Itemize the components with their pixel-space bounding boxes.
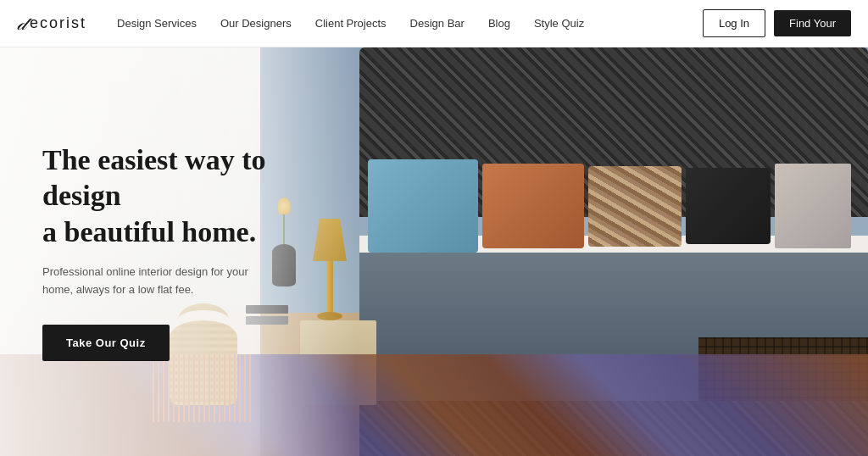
pillows-row xyxy=(368,151,860,261)
take-quiz-button[interactable]: Take Our Quiz xyxy=(42,325,170,361)
nav-design-bar[interactable]: Design Bar xyxy=(410,17,465,30)
pillow-gray xyxy=(775,164,851,248)
logo[interactable]: 𝒹 ecorist xyxy=(17,13,86,35)
hero-section: The easiest way to design a beautiful ho… xyxy=(0,47,868,456)
nav-blog[interactable]: Blog xyxy=(488,17,510,30)
find-your-button[interactable]: Find Your xyxy=(774,10,851,36)
nav-our-designers[interactable]: Our Designers xyxy=(220,17,292,30)
nav-design-services[interactable]: Design Services xyxy=(117,17,197,30)
hero-headline: The easiest way to design a beautiful ho… xyxy=(42,142,314,251)
logo-icon: 𝒹 xyxy=(17,13,26,35)
pillow-blue xyxy=(368,159,478,253)
login-button[interactable]: Log In xyxy=(703,9,765,37)
pillow-dark xyxy=(686,168,771,244)
hero-text-overlay: The easiest way to design a beautiful ho… xyxy=(0,47,356,456)
nav-links: Design Services Our Designers Client Pro… xyxy=(117,17,703,30)
pillow-rust xyxy=(482,164,584,248)
nav-style-quiz[interactable]: Style Quiz xyxy=(534,17,584,30)
logo-text: ecorist xyxy=(30,14,86,32)
hero-subtext: Professional online interior design for … xyxy=(42,264,280,299)
nav-actions: Log In Find Your xyxy=(703,9,851,37)
navbar: 𝒹 ecorist Design Services Our Designers … xyxy=(0,0,868,47)
nav-client-projects[interactable]: Client Projects xyxy=(315,17,387,30)
pillow-patterned xyxy=(588,166,682,247)
